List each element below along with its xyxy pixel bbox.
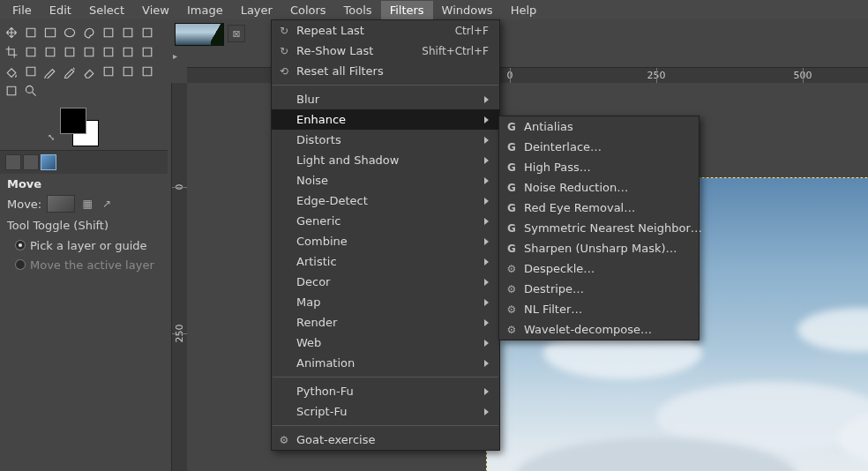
tool-flip[interactable] [100,43,117,61]
enhance-item[interactable]: GDeinterlace… [499,137,699,157]
tool-pencil[interactable] [41,63,59,80]
filters-sub-map[interactable]: Map [272,292,499,312]
enhance-item[interactable]: GSymmetric Nearest Neighbor… [499,218,699,238]
menu-tools[interactable]: Tools [335,1,381,19]
filters-sub-python-fu[interactable]: Python-Fu [272,381,499,401]
menu-layer[interactable]: Layer [232,1,281,19]
tool-airbrush[interactable] [100,63,117,80]
repeat-icon: ↻ [277,25,291,37]
tool-erase[interactable] [80,63,98,80]
filters-item[interactable]: ↻Re-Show LastShift+Ctrl+F [272,41,499,61]
tool-cage[interactable] [119,43,137,61]
filters-sub-script-fu[interactable]: Script-Fu [272,401,499,422]
filters-sub-distorts[interactable]: Distorts [272,130,499,150]
enhance-item[interactable]: GAntialias [499,116,699,137]
menu-view[interactable]: View [133,1,178,19]
filters-item[interactable]: ⟲Reset all Filters [272,61,499,81]
menu-item-label: Script-Fu [296,405,467,418]
menu-edit[interactable]: Edit [41,1,80,19]
tool-align[interactable] [22,24,40,41]
tab-expand-icon[interactable]: ▸ [173,51,182,60]
filters-sub-render[interactable]: Render [272,312,499,333]
dock-tab-device[interactable] [23,154,39,170]
dock-tab-image[interactable] [41,154,56,170]
submenu-arrow-icon [484,116,489,123]
enhance-item[interactable]: GSharpen (Unsharp Mask)… [499,238,699,258]
filters-sub-animation[interactable]: Animation [272,353,499,373]
tool-bucket[interactable] [3,63,20,80]
filters-sub-web[interactable]: Web [272,333,499,353]
tool-color-select[interactable] [119,24,137,41]
submenu-arrow-icon [484,360,489,367]
menu-file[interactable]: File [4,1,41,19]
enhance-item[interactable]: ⚙Destripe… [499,279,699,299]
color-swatches[interactable]: ⤡ [60,108,168,150]
tool-perspective[interactable] [80,43,98,61]
swap-colors-icon[interactable]: ⤡ [48,132,58,143]
enhance-item[interactable]: ⚙Despeckle… [499,258,699,279]
filters-sub-artistic[interactable]: Artistic [272,251,499,272]
dock-tab-tooloptions[interactable] [5,154,21,170]
enhance-item[interactable]: GHigh Pass… [499,157,699,177]
filters-sub-generic[interactable]: Generic [272,211,499,231]
filters-item[interactable]: ↻Repeat LastCtrl+F [272,20,499,41]
menu-filters[interactable]: Filters [381,1,433,19]
fg-color-swatch[interactable] [60,108,86,134]
menu-item-label: Antialias [524,120,688,133]
tool-warp[interactable] [138,43,156,61]
ruler-vertical[interactable]: 0 250 [171,83,189,471]
filters-sub-combine[interactable]: Combine [272,231,499,251]
submenu-arrow-icon [484,279,489,286]
tool-options-title: Move [0,174,168,192]
filters-sub-edge-detect[interactable]: Edge-Detect [272,191,499,211]
tool-fuzzy-select[interactable] [100,24,117,41]
filters-sub-noise[interactable]: Noise [272,170,499,191]
tool-paint[interactable] [61,63,79,80]
tool-rotate[interactable] [22,43,40,61]
menu-item-label: Noise [296,174,467,187]
menu-item-label: Distorts [296,133,467,146]
filters-sub-light and shadow[interactable]: Light and Shadow [272,150,499,170]
image-tab-close-icon[interactable]: ⊠ [228,25,245,42]
menu-colors[interactable]: Colors [281,1,335,19]
enhance-item[interactable]: ⚙NL Filter… [499,299,699,319]
move-mode-selection-icon[interactable]: ▦ [80,197,94,211]
tool-crop[interactable] [3,43,20,61]
move-mode-path-icon[interactable]: ↗ [100,197,114,211]
enhance-item[interactable]: GNoise Reduction… [499,177,699,198]
menu-image[interactable]: Image [178,1,232,19]
tool-zoom[interactable] [22,82,40,100]
tool-ellipse-select[interactable] [61,24,79,41]
menu-item-label: Combine [296,235,467,248]
filters-sub-enhance[interactable]: Enhance [272,109,499,130]
menu-select[interactable]: Select [80,1,133,19]
menu-item-label: Enhance [296,113,467,126]
tool-move[interactable] [3,24,20,41]
radio-move-active[interactable]: Move the active layer [0,255,168,274]
menu-item-label: Repeat Last [296,24,429,37]
filters-item[interactable]: ⚙Goat-exercise [272,430,499,450]
tool-ink[interactable] [119,63,137,80]
tool-rect-select[interactable] [41,24,59,41]
tool-scissors[interactable] [138,24,156,41]
menu-help[interactable]: Help [502,1,546,19]
image-tab-thumbnail[interactable] [175,23,224,46]
menu-item-accel: Ctrl+F [455,25,489,37]
tool-heal[interactable] [3,82,20,100]
filters-sub-blur[interactable]: Blur [272,89,499,109]
tool-scale[interactable] [41,43,59,61]
enhance-item[interactable]: GRed Eye Removal… [499,198,699,218]
menu-windows[interactable]: Windows [433,1,502,19]
menu-item-label: Decor [296,275,467,288]
tool-free-select[interactable] [80,24,98,41]
move-mode-layer[interactable] [47,195,75,213]
tool-gradient[interactable] [22,63,40,80]
filters-sub-decor[interactable]: Decor [272,272,499,292]
radio-pick-layer[interactable]: Pick a layer or guide [0,236,168,255]
menu-item-label: Noise Reduction… [524,181,688,194]
menu-item-label: Wavelet-decompose… [524,323,688,336]
enhance-item[interactable]: ⚙Wavelet-decompose… [499,319,699,340]
tool-clone[interactable] [138,63,156,80]
menu-item-label: Edge-Detect [296,194,467,207]
tool-shear[interactable] [61,43,79,61]
